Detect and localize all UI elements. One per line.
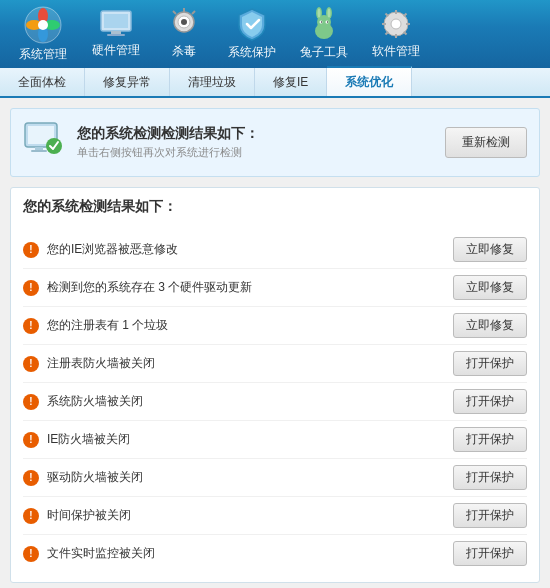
summary-subtitle: 单击右侧按钮再次对系统进行检测 <box>77 145 259 160</box>
tab-system-optimize[interactable]: 系统优化 <box>327 66 412 96</box>
logo-label: 系统管理 <box>19 46 67 63</box>
summary-title: 您的系统检测检测结果如下： <box>77 125 259 143</box>
result-left-file-monitor: ! 文件实时监控被关闭 <box>23 545 155 562</box>
main-content: 您的系统检测结果如下： ! 您的IE浏览器被恶意修改 立即修复 ! 检测到您的系… <box>10 187 540 583</box>
tab-full-check[interactable]: 全面体检 <box>0 68 85 96</box>
result-item-driver-update: ! 检测到您的系统存在 3 个硬件驱动更新 立即修复 <box>23 269 527 307</box>
result-item-driver-firewall: ! 驱动防火墙被关闭 打开保护 <box>23 459 527 497</box>
result-left-driver-firewall: ! 驱动防火墙被关闭 <box>23 469 143 486</box>
tab-repair-anomaly[interactable]: 修复异常 <box>85 68 170 96</box>
svg-point-24 <box>321 21 322 22</box>
svg-line-15 <box>192 11 195 14</box>
warning-icon-file-monitor: ! <box>23 546 39 562</box>
result-item-ie-modified: ! 您的IE浏览器被恶意修改 立即修复 <box>23 231 527 269</box>
svg-rect-40 <box>31 150 47 152</box>
warning-icon-system-firewall: ! <box>23 394 39 410</box>
svg-point-21 <box>328 9 331 18</box>
result-item-ie-firewall: ! IE防火墙被关闭 打开保护 <box>23 421 527 459</box>
result-text-file-monitor: 文件实时监控被关闭 <box>47 545 155 562</box>
result-left-time-protect: ! 时间保护被关闭 <box>23 507 131 524</box>
nav-label-software-mgmt: 软件管理 <box>372 43 420 60</box>
result-item-registry-firewall: ! 注册表防火墙被关闭 打开保护 <box>23 345 527 383</box>
tab-repair-ie[interactable]: 修复IE <box>255 68 327 96</box>
action-btn-file-monitor[interactable]: 打开保护 <box>453 541 527 566</box>
nav-item-software-mgmt[interactable]: 软件管理 <box>362 5 430 63</box>
svg-line-34 <box>404 14 407 17</box>
result-left-driver-update: ! 检测到您的系统存在 3 个硬件驱动更新 <box>23 279 252 296</box>
monitor-icon <box>23 119 67 166</box>
action-btn-registry-firewall[interactable]: 打开保护 <box>453 351 527 376</box>
result-left-system-firewall: ! 系统防火墙被关闭 <box>23 393 143 410</box>
software-mgmt-icon <box>378 8 414 40</box>
system-protect-icon <box>234 7 270 41</box>
logo-area[interactable]: 系统管理 <box>8 5 78 63</box>
summary-banner: 您的系统检测检测结果如下： 单击右侧按钮再次对系统进行检测 重新检测 <box>10 108 540 177</box>
result-text-ie-modified: 您的IE浏览器被恶意修改 <box>47 241 178 258</box>
warning-icon-ie-modified: ! <box>23 242 39 258</box>
svg-point-25 <box>327 21 328 22</box>
result-item-time-protect: ! 时间保护被关闭 打开保护 <box>23 497 527 535</box>
result-item-file-monitor: ! 文件实时监控被关闭 打开保护 <box>23 535 527 572</box>
result-text-time-protect: 时间保护被关闭 <box>47 507 131 524</box>
action-btn-system-firewall[interactable]: 打开保护 <box>453 389 527 414</box>
result-text-driver-firewall: 驱动防火墙被关闭 <box>47 469 143 486</box>
result-item-system-firewall: ! 系统防火墙被关闭 打开保护 <box>23 383 527 421</box>
rabbit-tools-icon <box>306 7 342 41</box>
section-title: 您的系统检测结果如下： <box>23 198 527 221</box>
warning-icon-registry-firewall: ! <box>23 356 39 372</box>
action-btn-ie-modified[interactable]: 立即修复 <box>453 237 527 262</box>
result-item-registry-junk: ! 您的注册表有 1 个垃圾 立即修复 <box>23 307 527 345</box>
summary-text: 您的系统检测检测结果如下： 单击右侧按钮再次对系统进行检测 <box>77 125 259 160</box>
svg-rect-9 <box>107 34 125 36</box>
hardware-icon <box>98 9 134 39</box>
result-text-registry-firewall: 注册表防火墙被关闭 <box>47 355 155 372</box>
svg-point-5 <box>38 20 48 30</box>
svg-rect-7 <box>104 14 128 28</box>
result-text-driver-update: 检测到您的系统存在 3 个硬件驱动更新 <box>47 279 252 296</box>
action-btn-driver-firewall[interactable]: 打开保护 <box>453 465 527 490</box>
nav-item-rabbit-tools[interactable]: 兔子工具 <box>290 5 358 63</box>
action-btn-registry-junk[interactable]: 立即修复 <box>453 313 527 338</box>
result-text-system-firewall: 系统防火墙被关闭 <box>47 393 143 410</box>
svg-point-20 <box>318 9 321 18</box>
result-left-ie-modified: ! 您的IE浏览器被恶意修改 <box>23 241 178 258</box>
kill-icon <box>166 8 202 40</box>
svg-point-27 <box>391 19 401 29</box>
warning-icon-driver-firewall: ! <box>23 470 39 486</box>
warning-icon-time-protect: ! <box>23 508 39 524</box>
nav-item-kill[interactable]: 杀毒 <box>154 5 214 63</box>
action-btn-ie-firewall[interactable]: 打开保护 <box>453 427 527 452</box>
svg-line-35 <box>386 32 389 35</box>
summary-left: 您的系统检测检测结果如下： 单击右侧按钮再次对系统进行检测 <box>23 119 259 166</box>
svg-line-14 <box>173 11 176 14</box>
svg-line-32 <box>386 14 389 17</box>
action-btn-time-protect[interactable]: 打开保护 <box>453 503 527 528</box>
nav-label-rabbit-tools: 兔子工具 <box>300 44 348 61</box>
nav-item-system-protect[interactable]: 系统保护 <box>218 5 286 63</box>
result-text-ie-firewall: IE防火墙被关闭 <box>47 431 130 448</box>
warning-icon-driver-update: ! <box>23 280 39 296</box>
svg-point-12 <box>181 19 187 25</box>
nav-label-system-protect: 系统保护 <box>228 44 276 61</box>
result-left-registry-junk: ! 您的注册表有 1 个垃圾 <box>23 317 168 334</box>
warning-icon-registry-junk: ! <box>23 318 39 334</box>
action-btn-driver-update[interactable]: 立即修复 <box>453 275 527 300</box>
nav-label-kill: 杀毒 <box>172 43 196 60</box>
svg-rect-8 <box>111 31 121 34</box>
result-left-registry-firewall: ! 注册表防火墙被关闭 <box>23 355 155 372</box>
top-nav-bar: 系统管理 硬件管理 杀毒 <box>0 0 550 68</box>
result-text-registry-junk: 您的注册表有 1 个垃圾 <box>47 317 168 334</box>
warning-icon-ie-firewall: ! <box>23 432 39 448</box>
tab-bar: 全面体检 修复异常 清理垃圾 修复IE 系统优化 <box>0 68 550 98</box>
svg-rect-39 <box>35 147 43 150</box>
tab-clean-junk[interactable]: 清理垃圾 <box>170 68 255 96</box>
result-left-ie-firewall: ! IE防火墙被关闭 <box>23 431 130 448</box>
nav-item-hardware[interactable]: 硬件管理 <box>82 5 150 63</box>
nav-label-hardware: 硬件管理 <box>92 42 140 59</box>
rescan-button[interactable]: 重新检测 <box>445 127 527 158</box>
svg-line-33 <box>404 32 407 35</box>
